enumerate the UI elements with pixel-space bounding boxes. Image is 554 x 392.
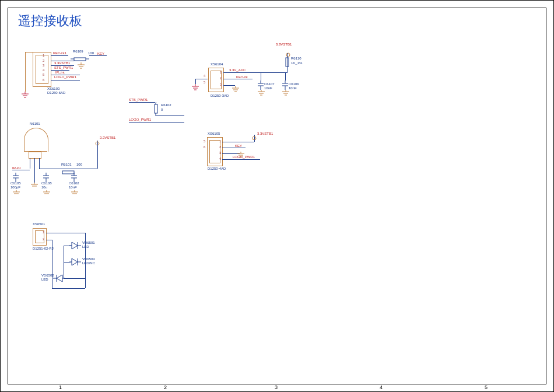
gnd-icon: [12, 190, 20, 196]
net-key-b: KEY: [235, 144, 242, 148]
net-logo-pwr1-c: LOGO_PWR1: [233, 155, 255, 159]
val-c6105: 100pF: [10, 186, 20, 189]
pin: 4: [219, 157, 221, 160]
val-vd6501: LED: [82, 245, 89, 249]
val-r6101: 100: [76, 163, 82, 166]
ref-n6101: N6101: [30, 122, 40, 125]
ref-r6101: R6101: [61, 163, 72, 166]
pin: 4: [43, 68, 44, 72]
pin: 2: [43, 59, 44, 62]
ir-sensor-icon: [24, 128, 48, 152]
val-xs6105: D1250-4AD: [208, 167, 226, 170]
led-vd6502: [53, 274, 65, 288]
pin: 2: [220, 76, 222, 80]
ruler-4: 4: [380, 384, 383, 390]
ruler-1: 1: [59, 384, 62, 390]
net-key-int1: KEY-int1: [53, 51, 66, 55]
svg-rect-3: [155, 104, 157, 113]
ref-c6105: C6105: [10, 181, 21, 185]
power-arrow-icon: [251, 132, 257, 142]
gnd-icon: [232, 86, 240, 93]
connector-xs6501: [33, 228, 47, 246]
ref-xs6501: XS6501: [33, 222, 45, 226]
net-33vstb1-c: 3.3VSTB1: [257, 132, 273, 135]
pin: 1: [43, 54, 44, 57]
pin: 1: [219, 139, 221, 143]
pin: 3: [43, 64, 44, 67]
net-33vstb1-b: 3.3VSTB1: [276, 43, 292, 46]
gnd-icon: [257, 90, 265, 96]
svg-rect-0: [74, 58, 86, 61]
ref-vd6502: VD6502: [41, 274, 54, 277]
val-xs6501: D1251-02-RJ: [33, 247, 54, 250]
ref-xs6105: XS6105: [208, 132, 220, 135]
svg-point-16: [253, 136, 256, 140]
val-vd6502: LED: [41, 278, 48, 281]
pin: 5: [43, 73, 44, 76]
gnd-icon: [21, 92, 29, 99]
svg-point-17: [96, 142, 99, 145]
ref-c6108: C6108: [41, 181, 52, 185]
net-33v-adc: 3.3V_ADC: [229, 68, 246, 72]
ref-c6102: C6102: [69, 181, 79, 185]
resistor-r6109: [71, 54, 89, 64]
connector-xs6103: [33, 52, 51, 87]
svg-marker-31: [72, 242, 78, 249]
led-vd6503: [69, 257, 81, 271]
ruler-3: 3: [275, 384, 278, 390]
net-33vstb1-d: 3.3VSTB1: [100, 136, 115, 139]
ref-xs6103: XS6103: [47, 87, 59, 90]
ref-c6106: C6106: [289, 82, 299, 86]
net-logo-pwr1-b: LOGO_PWR1: [129, 118, 151, 121]
net-logo-pwr1-a: LOGO_PWR1: [54, 75, 76, 79]
led-vd6501: [69, 241, 81, 255]
ruler-5: 5: [485, 384, 488, 390]
net-key-int: KEY-int: [236, 75, 248, 79]
val-r6109: 100: [88, 51, 94, 55]
val-xs6104: D1250-3AD: [211, 94, 229, 97]
pin: 3: [219, 151, 221, 155]
pin: 1: [43, 230, 44, 234]
pin-alt: 4: [204, 74, 205, 78]
resistor-r6110: [285, 56, 290, 71]
ref-c6107: C6107: [264, 82, 275, 86]
val-xs6103: D1250-6AD: [47, 91, 65, 94]
ref-r6110: R6110: [291, 57, 301, 60]
pin: 2: [219, 145, 221, 149]
pin-alt: 6: [204, 145, 205, 149]
val-r6102: 0: [161, 108, 163, 111]
gnd-icon: [191, 84, 199, 91]
pin-alt: 5: [204, 80, 205, 84]
ref-vd6503: VD6503: [82, 257, 95, 261]
svg-marker-36: [72, 258, 78, 265]
gnd-icon: [282, 90, 290, 96]
net-sts-pwr1: STS_PWR1: [54, 66, 73, 69]
net-stb-pwr1: STB_PWR1: [129, 98, 148, 102]
net-ir-int: IR_int: [55, 71, 65, 74]
ref-r6102: R6102: [161, 103, 171, 107]
gnd-icon: [71, 190, 79, 196]
net-33vstb1-a: 3.3VSTB1: [54, 61, 70, 65]
val-c6106: 10nF: [289, 86, 297, 90]
page-title: 遥控接收板: [18, 12, 82, 30]
pin: 2: [43, 237, 44, 241]
val-c6102: 10nF: [69, 186, 77, 189]
svg-rect-7: [286, 58, 289, 66]
val-r6110: 1K_1%: [291, 61, 302, 65]
gnd-icon: [43, 190, 51, 196]
val-c6108: 10u: [41, 186, 47, 189]
resistor-r6102: [153, 103, 159, 118]
pin: 1: [220, 71, 222, 74]
pin-alt: 5: [204, 139, 205, 143]
gnd-icon: [30, 183, 38, 188]
val-vd6503: LED/NC: [82, 261, 95, 265]
ref-r6109: R6109: [73, 50, 83, 53]
ref-xs6104: XS6104: [211, 62, 223, 66]
pin: 3: [220, 83, 222, 86]
ruler-2: 2: [164, 384, 167, 390]
ref-vd6501: VD6501: [82, 241, 95, 244]
pin: 6: [43, 78, 44, 82]
val-c6107: 10nF: [264, 86, 272, 90]
svg-marker-40: [57, 275, 62, 282]
